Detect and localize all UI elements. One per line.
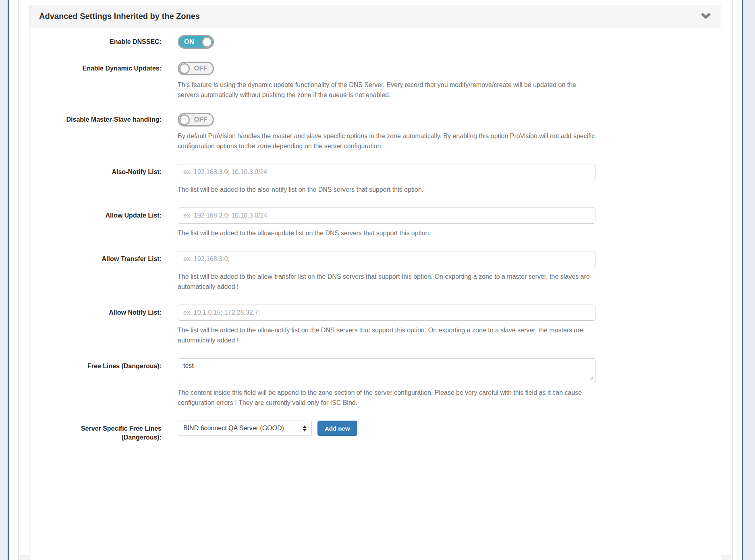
allow-update-list-label: Allow Update List: — [29, 207, 162, 238]
allow-update-list-input[interactable] — [178, 207, 595, 224]
toggle-off-label: OFF — [194, 116, 208, 123]
server-specific-free-lines-label: Server Specific Free Lines (Dangerous): — [29, 421, 162, 442]
advanced-settings-panel: Advanced Settings Inherited by the Zones… — [29, 5, 721, 560]
server-select[interactable]: BIND 6connect QA Server (GOOD) — [178, 421, 312, 436]
row-server-specific-free-lines: Server Specific Free Lines (Dangerous): … — [29, 421, 721, 442]
allow-notify-list-label: Allow Notify List: — [29, 305, 162, 345]
page-background-right — [743, 0, 755, 560]
server-select-value: BIND 6connect QA Server (GOOD) — [183, 425, 284, 432]
row-allow-transfer-list: Allow Transfer List: The list will be ad… — [29, 251, 721, 292]
row-allow-update-list: Allow Update List: The list will be adde… — [29, 207, 721, 238]
allow-transfer-list-input[interactable] — [178, 251, 595, 267]
enable-dnssec-toggle[interactable]: ON — [178, 35, 214, 49]
add-new-button[interactable]: Add new — [317, 421, 357, 436]
row-free-lines: Free Lines (Dangerous): test The content… — [29, 358, 721, 408]
panel-title: Advanced Settings Inherited by the Zones — [39, 12, 200, 21]
panel-header[interactable]: Advanced Settings Inherited by the Zones — [29, 5, 721, 27]
toggle-knob — [179, 114, 190, 125]
enable-dynamic-updates-toggle[interactable]: OFF — [178, 62, 214, 75]
disable-master-slave-help: By default ProVision handles the master … — [178, 131, 595, 151]
row-enable-dnssec: Enable DNSSEC: ON — [29, 35, 721, 49]
toggle-knob — [202, 37, 212, 48]
row-allow-notify-list: Allow Notify List: The list will be adde… — [29, 305, 721, 345]
free-lines-help: The content inside this field will be ap… — [178, 388, 595, 408]
allow-update-list-help: The list will be added to the allow-upda… — [178, 228, 595, 238]
allow-notify-list-input[interactable] — [178, 305, 595, 321]
chevron-down-icon[interactable] — [701, 13, 711, 19]
toggle-knob — [179, 63, 190, 74]
page-background-left — [0, 0, 8, 560]
free-lines-textarea[interactable]: test — [178, 358, 595, 383]
enable-dnssec-label: Enable DNSSEC: — [29, 35, 162, 49]
toggle-off-label: OFF — [194, 65, 208, 72]
row-enable-dynamic-updates: Enable Dynamic Updates: OFF This feature… — [29, 62, 721, 100]
allow-transfer-list-label: Allow Transfer List: — [29, 251, 162, 292]
inner-container-border-right — [732, 0, 733, 560]
toggle-on-label: ON — [184, 38, 194, 46]
disable-master-slave-label: Disable Master-Slave handling: — [29, 113, 162, 151]
allow-transfer-list-help: The list will be added to the allow-tran… — [178, 272, 595, 292]
enable-dynamic-updates-label: Enable Dynamic Updates: — [29, 62, 162, 100]
allow-notify-list-help: The list will be added to the allow-noti… — [178, 325, 595, 345]
disable-master-slave-toggle[interactable]: OFF — [178, 113, 214, 127]
also-notify-list-label: Also-Notify List: — [29, 164, 162, 195]
resize-grip-icon[interactable] — [589, 374, 594, 382]
panel-body: Enable DNSSEC: ON Enable Dynamic Updates… — [29, 27, 721, 560]
row-also-notify-list: Also-Notify List: The list will be added… — [29, 164, 721, 195]
also-notify-list-input[interactable] — [178, 164, 595, 180]
also-notify-list-help: The list will be added to the also-notif… — [178, 185, 595, 195]
enable-dynamic-updates-help: This feature is using the dynamic update… — [178, 80, 595, 100]
inner-container-border-left — [18, 0, 19, 560]
row-disable-master-slave: Disable Master-Slave handling: OFF By de… — [29, 113, 721, 151]
outer-panel-border-left — [8, 0, 9, 560]
free-lines-label: Free Lines (Dangerous): — [29, 358, 162, 408]
select-arrows-icon — [303, 425, 307, 431]
